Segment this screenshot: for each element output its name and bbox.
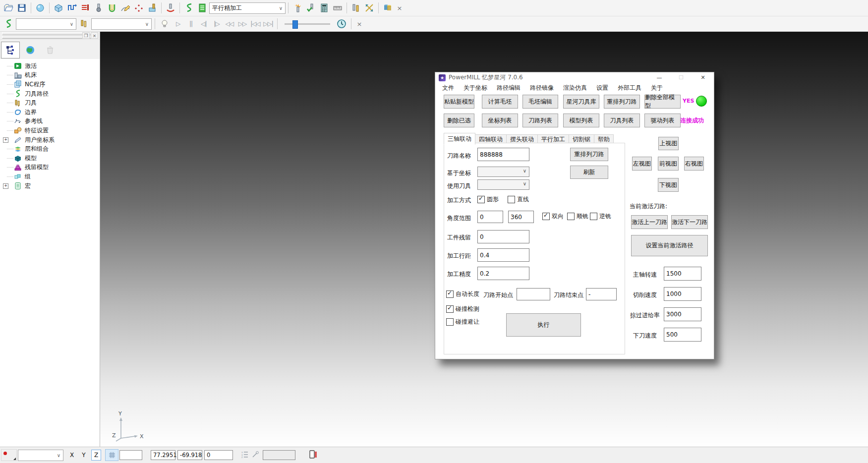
coord-y-readout[interactable]: -69.918 xyxy=(177,450,202,460)
path-list-button[interactable]: 刀路列表 xyxy=(522,114,558,127)
menu-path-edit[interactable]: 路径编辑 xyxy=(497,84,521,92)
tree-item-feature-sets[interactable]: 特征设置 xyxy=(0,126,100,135)
delete-selected-button[interactable]: 删除已选 xyxy=(444,114,474,127)
speed-slider[interactable] xyxy=(285,23,330,25)
block-icon[interactable] xyxy=(52,1,65,14)
menu-settings[interactable]: 设置 xyxy=(596,84,608,92)
checkbox-icon[interactable] xyxy=(446,290,454,298)
clock-icon[interactable] xyxy=(335,17,348,30)
tree-item-groups[interactable]: 组 xyxy=(0,172,100,181)
angle-to-input[interactable] xyxy=(508,211,534,223)
tree-item-machine[interactable]: 机床 xyxy=(0,71,100,80)
view-left-button[interactable]: 左视图 xyxy=(632,157,652,171)
tab-explorer-tree[interactable] xyxy=(1,42,20,58)
maximize-button[interactable]: ☐ xyxy=(670,72,692,83)
boundary-u-icon[interactable] xyxy=(106,1,118,14)
conventional-checkbox[interactable]: 逆铣 xyxy=(590,212,611,221)
shade-icon[interactable] xyxy=(34,1,47,14)
delete-all-models-button[interactable]: 删除全部模型 xyxy=(644,95,681,109)
plunge-feed-input[interactable] xyxy=(664,328,701,342)
tool-pair-icon[interactable] xyxy=(349,1,362,14)
graphics-viewport[interactable]: Y Z X ★ PowerMILL 忆梦星河 7.0.6 — ☐ ✕ 文件 xyxy=(100,32,868,447)
checkbox-icon[interactable] xyxy=(567,213,575,220)
auto-length-checkbox[interactable]: 自动长度 xyxy=(446,290,479,298)
cursor-mode-button[interactable] xyxy=(1,449,17,461)
toolbar-close-button[interactable]: × xyxy=(395,3,405,13)
tree-item-toolpaths[interactable]: 刀具路径 xyxy=(0,89,100,99)
pause-button[interactable]: || xyxy=(185,18,197,30)
tool-icon[interactable] xyxy=(77,17,90,30)
spindle-speed-input[interactable] xyxy=(664,267,701,281)
save-icon[interactable] xyxy=(15,1,28,14)
grid-snap-button[interactable] xyxy=(105,449,118,461)
go-to-start-button[interactable]: |◁◁ xyxy=(249,18,261,30)
menu-render-sim[interactable]: 渲染仿真 xyxy=(563,84,587,92)
set-active-path-button[interactable]: 设置当前激活路径 xyxy=(631,235,708,256)
open-icon[interactable] xyxy=(2,1,15,14)
activate-next-path-button[interactable]: 激活下一刀路 xyxy=(671,215,708,229)
climb-checkbox[interactable]: 顺铣 xyxy=(567,212,588,221)
tab-3axis[interactable]: 三轴联动 xyxy=(444,133,475,145)
checkbox-icon[interactable] xyxy=(446,318,454,326)
tool-burst-icon[interactable] xyxy=(291,1,304,14)
transform-icon[interactable] xyxy=(363,1,376,14)
model-list-button[interactable]: 模型列表 xyxy=(563,114,599,127)
activate-prev-path-button[interactable]: 激活上一刀路 xyxy=(631,215,668,229)
collision-avoid-checkbox[interactable]: 碰撞避让 xyxy=(446,318,479,326)
compare-models-icon[interactable] xyxy=(381,1,394,14)
raster-path-icon[interactable] xyxy=(65,1,78,14)
rearrange-paths-button[interactable]: 重排列刀路 xyxy=(604,95,640,109)
simulation-tool-icon[interactable] xyxy=(164,1,177,14)
axis-y-button[interactable]: Y xyxy=(79,450,88,460)
toolbar-close-button[interactable]: × xyxy=(354,19,364,29)
tree-item-patterns[interactable]: 参考线 xyxy=(0,117,100,126)
menu-coords[interactable]: 关于坐标 xyxy=(463,84,487,92)
angle-from-input[interactable] xyxy=(477,211,503,223)
linear-checkbox[interactable]: 直线 xyxy=(508,195,529,204)
calc-stock-button[interactable]: 计算毛坯 xyxy=(482,95,518,109)
tab-explorer-display[interactable] xyxy=(21,42,40,58)
view-top-button[interactable]: 上视图 xyxy=(658,137,679,150)
based-coord-dropdown[interactable] xyxy=(477,167,529,177)
play-button[interactable]: ▷ xyxy=(172,18,184,30)
ball-tool-icon[interactable] xyxy=(92,1,105,14)
panel-close-button[interactable]: × xyxy=(91,32,98,39)
close-button[interactable]: ✕ xyxy=(692,72,714,83)
checkbox-icon[interactable] xyxy=(590,213,597,220)
step-back-button[interactable]: ◁| xyxy=(198,18,210,30)
panel-float-button[interactable]: ❐ xyxy=(82,32,90,39)
view-front-button[interactable]: 前视图 xyxy=(658,157,679,171)
tab-explorer-trash[interactable] xyxy=(41,42,59,58)
toolpath-icon[interactable] xyxy=(2,17,15,30)
menu-external-tools[interactable]: 外部工具 xyxy=(618,84,641,92)
coord-x-readout[interactable]: 77.2951 xyxy=(151,450,175,460)
menu-file[interactable]: 文件 xyxy=(442,84,454,92)
expand-icon[interactable]: + xyxy=(3,137,8,143)
menu-path-mirror[interactable]: 路径镜像 xyxy=(530,84,554,92)
drive-list-button[interactable]: 驱动列表 xyxy=(644,114,681,127)
paste-new-model-button[interactable]: 粘贴新模型 xyxy=(444,95,474,109)
rewind-button[interactable]: ◁◁ xyxy=(224,18,235,30)
clipboard-doc-icon[interactable] xyxy=(308,450,317,461)
tool-library-button[interactable]: 星河刀具库 xyxy=(563,95,599,109)
snap-value-field[interactable] xyxy=(119,450,142,460)
sim-toolpath-dropdown[interactable] xyxy=(16,18,76,30)
tree-item-activate[interactable]: 激活 xyxy=(0,61,100,71)
bulb-icon[interactable] xyxy=(158,17,171,30)
expand-icon[interactable]: + xyxy=(3,183,8,189)
measure-field[interactable] xyxy=(263,450,295,460)
fast-forward-button[interactable]: ▷▷ xyxy=(236,18,248,30)
view-bottom-button[interactable]: 下视图 xyxy=(658,178,679,192)
speed-slider-handle[interactable] xyxy=(292,20,298,29)
probe-icon[interactable] xyxy=(251,451,259,460)
go-to-end-button[interactable]: ▷▷| xyxy=(262,18,274,30)
workplane-dropdown[interactable] xyxy=(18,450,63,461)
checkbox-icon[interactable] xyxy=(508,196,515,203)
strategy-preset-dropdown[interactable]: 平行精加工 xyxy=(209,2,286,14)
tree-item-boundaries[interactable]: 边界 xyxy=(0,108,100,117)
minimize-button[interactable]: — xyxy=(648,72,670,83)
tree-item-levels[interactable]: 层和组合 xyxy=(0,144,100,154)
program-list-icon[interactable] xyxy=(196,1,209,14)
collision-check-checkbox[interactable]: 碰撞检测 xyxy=(446,305,479,313)
toolpath-icon[interactable] xyxy=(182,1,195,14)
